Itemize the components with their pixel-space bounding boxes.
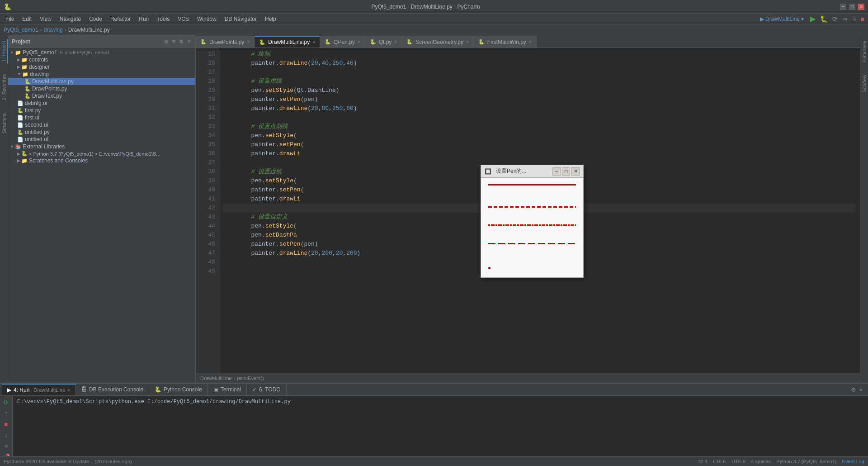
- run-tab-close[interactable]: ×: [67, 388, 70, 393]
- tree-controls[interactable]: ▶ 📁 controls: [8, 56, 195, 63]
- run-button-toolbar[interactable]: ▶: [808, 14, 817, 23]
- menu-bar: File Edit View Navigate Code Refactor Ru…: [0, 14, 868, 24]
- menu-code[interactable]: Code: [85, 15, 106, 23]
- menu-edit[interactable]: Edit: [19, 15, 35, 23]
- tree-debnfg[interactable]: 📄 debnfg.ui: [8, 100, 195, 107]
- dialog-minimize-btn[interactable]: −: [552, 167, 561, 176]
- minimize-button[interactable]: −: [840, 4, 846, 10]
- py-file-icon: 🐍: [17, 129, 24, 135]
- tab-qt[interactable]: 🐍 Qt.py ×: [365, 36, 402, 48]
- tab-drawpoints-close[interactable]: ×: [247, 39, 250, 44]
- tree-external-libs[interactable]: ▼ 📚 External Libraries: [8, 143, 195, 150]
- bottom-hide-btn[interactable]: ×: [859, 386, 863, 393]
- bottom-tab-run[interactable]: ▶ 4: Run DrawMultiLine ×: [2, 384, 76, 395]
- tree-designer[interactable]: ▶ 📁 designer: [8, 63, 195, 71]
- tab-qpen-close[interactable]: ×: [358, 39, 360, 44]
- stop-button[interactable]: ■: [859, 15, 866, 23]
- sidebar-tab-project[interactable]: 1: Project: [0, 39, 8, 63]
- run-tab-label: 4: Run: [14, 387, 29, 393]
- tree-secondui-label: second.ui: [25, 122, 48, 128]
- expand-icon: ▶: [17, 152, 20, 156]
- sidebar-tab-structure[interactable]: Structure: [0, 111, 8, 135]
- code-breadcrumb-method: paintEvent(): [237, 376, 264, 381]
- dialog-close-btn[interactable]: ✕: [571, 167, 580, 176]
- tree-drawing[interactable]: ▼ 📁 drawing: [8, 71, 195, 78]
- dialog-dot: [488, 267, 491, 269]
- dialog-maximize-btn[interactable]: □: [562, 167, 570, 176]
- tab-firstmainwin-label: FirstMainWin.py: [487, 39, 526, 45]
- tab-drawmultiline[interactable]: 🐍 DrawMultiLine.py ×: [255, 36, 320, 48]
- breadcrumb-sep2: ›: [65, 27, 66, 33]
- app-window: 🐍 PyQt5_demo1 - DrawMultiLine.py - PyCha…: [0, 0, 868, 466]
- ui-file-icon: 📄: [17, 100, 24, 106]
- menu-navigate[interactable]: Navigate: [56, 15, 85, 23]
- status-position[interactable]: 42:1: [698, 459, 708, 464]
- tab-drawpoints[interactable]: 🐍 DrawPoints.py ×: [196, 36, 255, 48]
- project-collapse-btn[interactable]: ≡: [171, 38, 176, 46]
- status-encoding[interactable]: UTF-8: [731, 459, 745, 464]
- menu-refactor[interactable]: Refactor: [107, 15, 134, 23]
- toolbar-btn-2[interactable]: ⇒: [840, 15, 849, 23]
- bottom-tab-python-console[interactable]: 🐍 Python Console: [149, 384, 208, 395]
- status-line-ending[interactable]: CRLF: [713, 459, 726, 464]
- toolbar-btn-1[interactable]: ⟳: [830, 15, 840, 23]
- tab-screengeometry[interactable]: 🐍 ScreenGeometry.py ×: [402, 36, 474, 48]
- bottom-tab-todo[interactable]: ✓ 6: TODO: [247, 384, 287, 395]
- status-python-version[interactable]: Python 3.7 (PyQt5_demo1): [776, 459, 836, 464]
- toolbar-btn-3[interactable]: ≡: [850, 15, 858, 23]
- menu-help[interactable]: Help: [261, 15, 280, 23]
- tree-drawtext[interactable]: 🐍 DrawText.py: [8, 92, 195, 100]
- close-button[interactable]: ✕: [858, 4, 864, 10]
- project-hide-btn[interactable]: ×: [187, 38, 192, 46]
- tab-firstmainwin-close[interactable]: ×: [529, 39, 532, 44]
- tab-qpen[interactable]: 🐍 QPen.py ×: [320, 36, 365, 48]
- breadcrumb-project[interactable]: PyQt5_demo1: [4, 27, 38, 33]
- tree-python-env[interactable]: ▶ 🐍 < Python 3.7 (PyQt5_demo1) > E:\venv…: [8, 150, 195, 157]
- editor-tab-bar: 🐍 DrawPoints.py × 🐍 DrawMultiLine.py × 🐍…: [196, 35, 860, 48]
- sidebar-tab-database[interactable]: Database: [861, 39, 868, 64]
- debug-button-toolbar[interactable]: 🐛: [818, 15, 830, 23]
- project-settings-btn[interactable]: ⚙: [178, 38, 185, 46]
- project-sync-btn[interactable]: ⊕: [163, 38, 170, 46]
- bottom-tab-db[interactable]: 🗄 DB Execution Console: [76, 384, 149, 395]
- tree-untitled-ui[interactable]: 📄 untitled.ui: [8, 136, 195, 143]
- run-wrap-btn[interactable]: ≡: [2, 441, 11, 450]
- tree-untitled-py[interactable]: 🐍 untitled.py: [8, 128, 195, 136]
- code-editor[interactable]: 25 26 27 28 29 30 31 32 33 34 35 36 37 3…: [196, 48, 860, 373]
- breadcrumb-folder[interactable]: drawing: [44, 27, 63, 33]
- tree-second-ui[interactable]: 📄 second.ui: [8, 121, 195, 128]
- tree-first-ui[interactable]: 📄 first.ui: [8, 114, 195, 121]
- tab-screengeometry-close[interactable]: ×: [466, 39, 469, 44]
- tree-drawpoints[interactable]: 🐍 DrawPoints.py: [8, 85, 195, 92]
- status-indent[interactable]: 4 spaces: [751, 459, 771, 464]
- tab-qt-close[interactable]: ×: [394, 39, 397, 44]
- bottom-tab-terminal[interactable]: ▣ Terminal: [208, 384, 247, 395]
- menu-run[interactable]: Run: [135, 15, 152, 23]
- run-restart-btn[interactable]: ⟳: [2, 398, 11, 407]
- menu-vcs[interactable]: VCS: [174, 15, 193, 23]
- bottom-settings-btn[interactable]: ⚙: [851, 386, 856, 393]
- tab-py-icon: 🐍: [325, 39, 331, 45]
- menu-window[interactable]: Window: [193, 15, 220, 23]
- menu-view[interactable]: View: [36, 15, 55, 23]
- db-tab-label: DB Execution Console: [89, 386, 143, 393]
- tree-root[interactable]: ▼ 📁 PyQt5_demo1 E:\code\PyQt5_demo1: [8, 49, 195, 56]
- menu-db-navigator[interactable]: DB Navigator: [221, 15, 260, 23]
- tree-drawmultiline[interactable]: 🐍 DrawMultiLine.py: [8, 78, 195, 85]
- sidebar-tab-favorites[interactable]: 2: Favorites: [0, 72, 8, 102]
- tree-drawpoints-label: DrawPoints.py: [32, 86, 67, 92]
- sidebar-tab-sciview[interactable]: SciView: [861, 73, 868, 94]
- run-scroll-down[interactable]: ↓: [2, 430, 11, 439]
- tab-drawmultiline-close[interactable]: ×: [312, 40, 315, 45]
- code-breadcrumb-class: DrawMultiLine: [200, 376, 232, 381]
- run-config-selector[interactable]: ▶ DrawMultiLine ▾: [756, 16, 808, 22]
- menu-file[interactable]: File: [2, 15, 18, 23]
- maximize-button[interactable]: □: [849, 4, 855, 10]
- run-scroll-up[interactable]: ↑: [2, 409, 11, 418]
- menu-tools[interactable]: Tools: [153, 15, 173, 23]
- tree-first-py[interactable]: 🐍 first.py: [8, 107, 195, 114]
- tab-firstmainwin[interactable]: 🐍 FirstMainWin.py ×: [474, 36, 537, 48]
- tree-scratches[interactable]: ▶ 📁 Scratches and Consoles: [8, 157, 195, 164]
- status-event-log[interactable]: Event Log: [842, 459, 864, 464]
- run-stop-btn[interactable]: ■: [2, 419, 11, 428]
